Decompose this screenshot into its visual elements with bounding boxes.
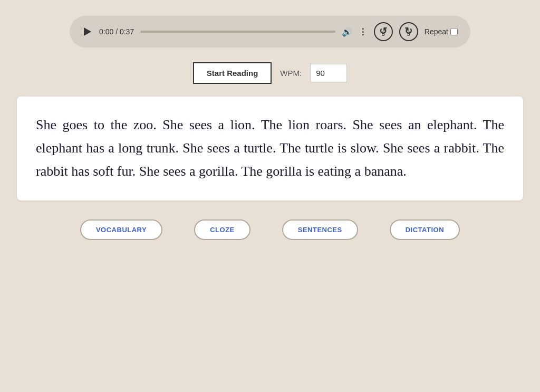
reading-text: She goes to the zoo. She sees a lion. Th…	[36, 113, 504, 184]
more-options-icon[interactable]: ⋮	[359, 27, 368, 37]
start-reading-button[interactable]: Start Reading	[193, 62, 272, 84]
bottom-nav: VOCABULARY CLOZE SENTENCES DICTATION	[80, 219, 460, 240]
sentences-button[interactable]: SENTENCES	[282, 219, 358, 240]
dictation-button[interactable]: DICTATION	[390, 219, 460, 240]
skip-forward-button[interactable]: ↻ 5	[399, 22, 418, 41]
reading-card: She goes to the zoo. She sees a lion. Th…	[17, 97, 523, 200]
skip-forward-seconds: 5	[407, 31, 410, 37]
repeat-checkbox[interactable]	[450, 28, 458, 35]
skip-back-seconds: 5	[382, 31, 385, 37]
cloze-button[interactable]: CLOZE	[194, 219, 250, 240]
wpm-label: WPM:	[280, 69, 302, 78]
volume-icon[interactable]: 🔊	[342, 27, 352, 37]
wpm-input[interactable]	[310, 64, 347, 82]
repeat-label: Repeat	[425, 27, 458, 36]
controls-row: Start Reading WPM:	[193, 62, 347, 84]
play-icon	[84, 27, 91, 36]
audio-player: 0:00 / 0:37 🔊 ⋮ ↺ 5 ↻ 5 Repeat	[70, 16, 470, 47]
skip-back-button[interactable]: ↺ 5	[374, 22, 393, 41]
audio-time-display: 0:00 / 0:37	[99, 27, 134, 36]
audio-progress-bar[interactable]	[140, 31, 335, 33]
vocabulary-button[interactable]: VOCABULARY	[80, 219, 162, 240]
play-button[interactable]	[82, 26, 93, 37]
